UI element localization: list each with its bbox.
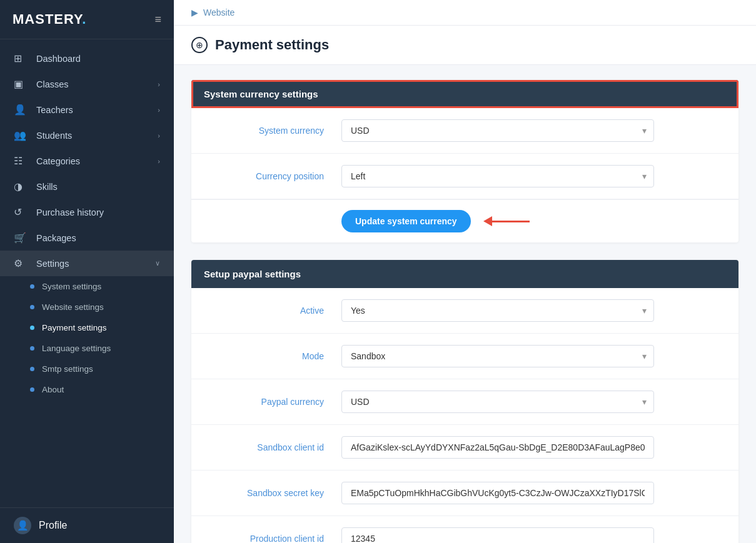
paypal-currency-control: USD EUR [341,391,654,413]
skills-icon: ◑ [14,181,28,192]
production-client-id-input[interactable] [341,527,654,543]
sidebar-item-students[interactable]: 👥 Students › [0,122,174,148]
sidebar-item-label: Purchase history [36,207,104,217]
currency-position-select-wrapper: Left Right [341,165,654,187]
paypal-active-select-wrapper: Yes No [341,299,654,322]
sidebar-item-smtp-settings[interactable]: Smtp settings [0,359,174,379]
sub-item-label: Payment settings [42,323,107,332]
dot-icon [30,326,34,330]
sidebar-item-settings[interactable]: ⚙ Settings ∨ [0,251,174,276]
sidebar-item-dashboard[interactable]: ⊞ Dashboard [0,46,174,71]
arrow-head-icon [483,216,492,226]
paypal-active-control: Yes No [341,299,654,322]
paypal-section-label: Setup paypal settings [204,269,301,279]
paypal-mode-row: Mode Sandbox Live [191,334,738,379]
sandbox-client-id-control [341,436,654,459]
paypal-settings-card: Setup paypal settings Active Yes No Mode [191,260,738,543]
profile-item[interactable]: 👤 Profile [0,507,174,543]
paypal-mode-label: Mode [204,351,341,361]
categories-icon: ☷ [14,155,28,167]
system-currency-label: System currency [204,126,341,136]
sidebar-item-label: Teachers [36,105,73,115]
sidebar-item-packages[interactable]: 🛒 Packages [0,225,174,251]
sidebar-item-website-settings[interactable]: Website settings [0,297,174,317]
system-currency-select[interactable]: USD EUR GBP [341,119,654,142]
production-client-id-control [341,527,654,543]
hamburger-icon[interactable]: ≡ [154,13,161,26]
sandbox-client-id-input[interactable] [341,436,654,459]
currency-position-select[interactable]: Left Right [341,165,654,187]
main-content: ▶ Website ⊕ Payment settings System curr… [174,0,756,543]
profile-label: Profile [39,520,67,531]
sidebar-item-about[interactable]: About [0,379,174,400]
students-icon: 👥 [14,129,28,141]
sidebar-item-categories[interactable]: ☷ Categories › [0,148,174,174]
production-client-id-label: Production client id [204,534,341,543]
settings-icon: ⚙ [14,257,28,269]
paypal-active-label: Active [204,306,341,316]
paypal-currency-select[interactable]: USD EUR [341,391,654,413]
page-title-icon: ⊕ [191,37,208,53]
page-title: Payment settings [215,37,329,53]
system-currency-row: System currency USD EUR GBP [191,108,738,154]
section-header-label: System currency settings [204,89,318,99]
system-currency-control: USD EUR GBP [341,119,654,142]
chevron-right-icon: › [158,132,160,139]
arrow-indicator [483,216,530,226]
profile-avatar: 👤 [14,517,31,534]
sub-item-label: System settings [42,282,101,291]
logo: MASTERY. [13,11,86,27]
chevron-right-icon: › [158,157,160,165]
sidebar-item-system-settings[interactable]: System settings [0,276,174,297]
update-currency-row: Update system currency [191,199,738,242]
teachers-icon: 👤 [14,104,28,116]
paypal-currency-row: Paypal currency USD EUR [191,379,738,425]
sidebar-item-label: Classes [36,79,69,89]
sub-item-label: Language settings [42,344,111,353]
system-currency-select-wrapper: USD EUR GBP [341,119,654,142]
website-icon: ▶ [191,7,198,17]
currency-position-row: Currency position Left Right [191,154,738,199]
sidebar-logo-area: MASTERY. ≡ [0,0,174,39]
sidebar-item-teachers[interactable]: 👤 Teachers › [0,97,174,122]
dot-icon [30,284,34,289]
sidebar-item-purchase-history[interactable]: ↺ Purchase history [0,199,174,225]
dot-icon [30,387,34,392]
system-currency-card: System currency settings System currency… [191,80,738,242]
dot-icon [30,305,34,309]
sandbox-secret-key-input[interactable] [341,482,654,504]
sidebar-item-language-settings[interactable]: Language settings [0,338,174,359]
sidebar-nav: ⊞ Dashboard ▣ Classes › 👤 Teachers › 👥 S… [0,39,174,507]
chevron-down-icon: ∨ [155,259,160,267]
sandbox-secret-key-control [341,482,654,504]
sub-item-label: Smtp settings [42,364,93,374]
dot-icon [30,346,34,351]
sidebar: MASTERY. ≡ ⊞ Dashboard ▣ Classes › 👤 Tea… [0,0,174,543]
paypal-section-header: Setup paypal settings [191,260,738,288]
topbar: ▶ Website [174,0,756,26]
chevron-right-icon: › [158,106,160,114]
paypal-mode-select[interactable]: Sandbox Live [341,345,654,367]
sandbox-secret-key-label: Sandbox secret key [204,488,341,498]
sidebar-item-label: Students [36,131,72,141]
update-system-currency-button[interactable]: Update system currency [341,210,471,232]
packages-icon: 🛒 [14,232,28,244]
paypal-currency-label: Paypal currency [204,397,341,407]
currency-position-control: Left Right [341,165,654,187]
sub-item-label: Website settings [42,302,104,312]
sidebar-item-classes[interactable]: ▣ Classes › [0,71,174,97]
sidebar-item-label: Skills [36,182,58,192]
sidebar-item-label: Categories [36,156,80,166]
production-client-id-row: Production client id [191,516,738,543]
content-area: System currency settings System currency… [174,65,756,543]
purchase-history-icon: ↺ [14,206,28,218]
chevron-right-icon: › [158,81,160,88]
classes-icon: ▣ [14,78,28,90]
paypal-active-select[interactable]: Yes No [341,299,654,322]
breadcrumb: Website [203,7,234,17]
sidebar-item-skills[interactable]: ◑ Skills [0,174,174,199]
sidebar-item-payment-settings[interactable]: Payment settings [0,317,174,338]
dashboard-icon: ⊞ [14,52,28,64]
paypal-active-row: Active Yes No [191,288,738,334]
sidebar-item-label: Dashboard [36,54,81,64]
